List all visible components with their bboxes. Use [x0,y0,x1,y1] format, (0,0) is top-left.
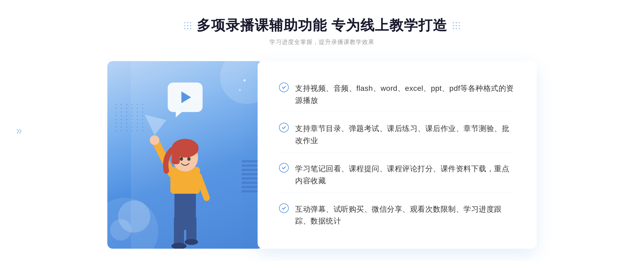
illustration-panel: ✦ ✦ [107,61,263,249]
check-icon-3 [279,163,289,173]
feature-item-3: 学习笔记回看、课程提问、课程评论打分、课件资料下载，重点内容收藏 [279,158,515,193]
feature-text-1: 支持视频、音频、flash、word、excel、ppt、pdf等各种格式的资源… [295,83,515,107]
check-icon-2 [279,123,289,132]
page-title: 多项录播课辅助功能 专为线上教学打造 [197,16,447,35]
feature-text-2: 支持章节目录、弹题考试、课后练习、课后作业、章节测验、批改作业 [295,123,515,147]
header-title-container: 多项录播课辅助功能 专为线上教学打造 [184,16,460,35]
feature-item-2: 支持章节目录、弹题考试、课后练习、课后作业、章节测验、批改作业 [279,117,515,152]
left-arrow-decoration: » [16,125,22,137]
panel-overlay [131,61,263,249]
page-container: » 多项录播课辅助功能 专为线上教学打造 学习进度全掌握，提升录播课教学效果 [0,0,644,261]
check-icon-4 [279,203,289,213]
left-deco-dots [184,22,191,29]
feature-text-4: 互动弹幕、试听购买、微信分享、观看次数限制、学习进度跟踪、数据统计 [295,203,515,228]
feature-item-1: 支持视频、音频、flash、word、excel、ppt、pdf等各种格式的资源… [279,77,515,112]
feature-item-4: 互动弹幕、试听购买、微信分享、观看次数限制、学习进度跟踪、数据统计 [279,198,515,233]
feature-text-3: 学习笔记回看、课程提问、课程评论打分、课件资料下载，重点内容收藏 [295,163,515,187]
features-panel: 支持视频、音频、flash、word、excel、ppt、pdf等各种格式的资源… [258,61,537,249]
content-area: ✦ ✦ [107,61,537,249]
right-deco-dots [453,22,460,29]
check-icon-1 [279,83,289,92]
header-subtitle: 学习进度全掌握，提升录播课教学效果 [184,38,460,46]
deco-circle-2 [110,219,131,241]
header: 多项录播课辅助功能 专为线上教学打造 学习进度全掌握，提升录播课教学效果 [184,16,460,46]
